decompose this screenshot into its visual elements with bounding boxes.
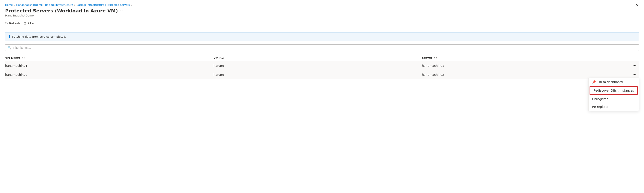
info-banner: ℹ Fetching data from service completed. [5, 32, 639, 41]
breadcrumb-sep-3: › [131, 4, 132, 6]
refresh-button[interactable]: ↻ Refresh [5, 20, 20, 26]
search-icon: 🔍 [8, 46, 11, 49]
row1-vm-name: hanamachine1 [5, 64, 210, 67]
menu-item-reregister[interactable]: Re-register [589, 103, 639, 111]
menu-label-pin: Pin to dashboard [598, 80, 623, 84]
col-header-vm-name: VM Name ↑↓ [5, 56, 214, 59]
breadcrumb-sep-1: › [14, 4, 15, 6]
info-message: Fetching data from service completed. [12, 35, 66, 38]
sort-server[interactable]: ↑↓ [434, 56, 437, 59]
search-input[interactable] [13, 46, 636, 49]
toolbar: ↻ Refresh ⧖ Filter [5, 20, 639, 26]
info-icon: ℹ [9, 35, 10, 39]
row2-vm-name: hanamachine2 [5, 73, 210, 76]
sort-vm-name[interactable]: ↑↓ [22, 56, 25, 59]
context-menu: 📌 Pin to dashboard Rediscover DBs , Inst… [588, 78, 639, 111]
filter-bar[interactable]: 🔍 [5, 44, 639, 51]
menu-item-unregister[interactable]: Unregister [589, 95, 639, 103]
breadcrumb-backup-infra[interactable]: HanaSnapshotDemo | Backup Infrastructure [16, 3, 73, 6]
row1-vm-rg: hanarg [214, 64, 418, 67]
filter-button[interactable]: ⧖ Filter [24, 20, 34, 26]
filter-icon: ⧖ [24, 21, 26, 25]
table-row: hanamachine2 hanarg hanamachine2 ··· 📌 P… [5, 70, 639, 79]
col-header-server: Server ↑↓ [422, 56, 630, 59]
row1-server: hanamachine1 [422, 64, 627, 67]
close-button[interactable]: ✕ [636, 3, 639, 7]
page-title: Protected Servers (Workload in Azure VM) [5, 8, 118, 13]
filter-label: Filter [28, 22, 34, 25]
breadcrumb: Home › HanaSnapshotDemo | Backup Infrast… [5, 3, 639, 6]
page-container: Home › HanaSnapshotDemo | Backup Infrast… [0, 0, 644, 193]
page-title-row: Protected Servers (Workload in Azure VM)… [5, 8, 639, 13]
row2-actions-button[interactable]: ··· [630, 72, 639, 77]
menu-label-rediscover: Rediscover DBs , Instances [594, 89, 634, 92]
toolbar-divider [5, 29, 639, 29]
row2-server: hanamachine2 [422, 73, 627, 76]
menu-label-unregister: Unregister [592, 97, 608, 101]
breadcrumb-sep-2: › [74, 4, 75, 6]
more-button[interactable]: ··· [120, 8, 125, 13]
table-row: hanamachine1 hanarg hanamachine1 ··· [5, 61, 639, 70]
menu-item-rediscover[interactable]: Rediscover DBs , Instances [590, 86, 638, 95]
row2-vm-rg: hanarg [214, 73, 418, 76]
data-table: VM Name ↑↓ VM RG ↑↓ Server ↑↓ hanamachin… [5, 54, 639, 79]
menu-item-pin-to-dashboard[interactable]: 📌 Pin to dashboard [589, 78, 639, 86]
refresh-label: Refresh [9, 22, 20, 25]
refresh-icon: ↻ [5, 21, 8, 25]
breadcrumb-home[interactable]: Home [5, 3, 13, 6]
col-header-vm-rg: VM RG ↑↓ [214, 56, 422, 59]
table-header: VM Name ↑↓ VM RG ↑↓ Server ↑↓ [5, 54, 639, 61]
menu-label-reregister: Re-register [592, 105, 609, 108]
page-subtitle: HanaSnapshotDemo [5, 14, 639, 17]
pin-icon: 📌 [592, 80, 596, 84]
row1-actions-button[interactable]: ··· [630, 63, 639, 68]
breadcrumb-protected-servers[interactable]: Backup Infrastructure | Protected Server… [76, 3, 130, 6]
sort-vm-rg[interactable]: ↑↓ [225, 56, 229, 59]
